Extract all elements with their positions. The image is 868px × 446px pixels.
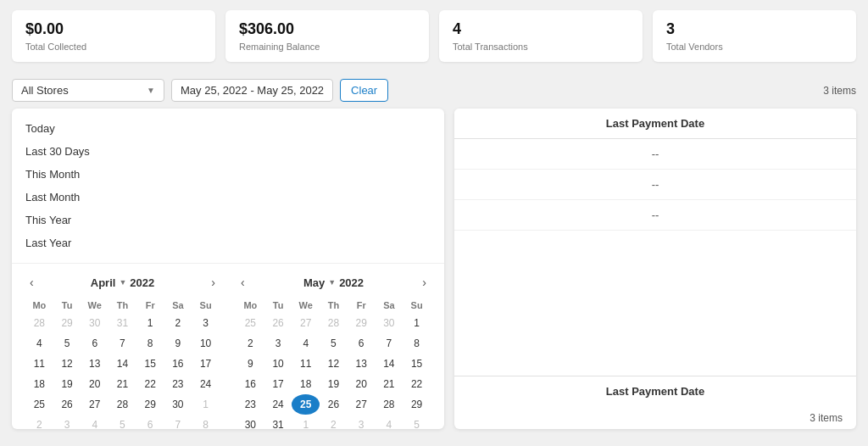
cal-day[interactable]: 31 — [264, 415, 292, 429]
cal-day[interactable]: 15 — [136, 354, 164, 374]
cal-next-may[interactable]: › — [418, 274, 431, 291]
cal-day[interactable]: 6 — [81, 333, 108, 354]
cal-day[interactable]: 25 — [292, 394, 320, 415]
cal-day[interactable]: 20 — [348, 374, 376, 394]
cal-day[interactable]: 27 — [292, 313, 320, 333]
cal-day[interactable]: 13 — [348, 354, 376, 374]
cal-day[interactable]: 22 — [136, 374, 164, 394]
cal-day[interactable]: 24 — [264, 394, 292, 415]
cal-day[interactable]: 19 — [53, 374, 81, 394]
cal-day[interactable]: 22 — [403, 374, 431, 394]
cal-day[interactable]: 1 — [292, 415, 320, 429]
stat-value-total-collected: $0.00 — [25, 20, 202, 38]
cal-day[interactable]: 26 — [320, 394, 348, 415]
quick-option-today[interactable]: Today — [25, 117, 431, 140]
cal-day[interactable]: 20 — [81, 374, 108, 394]
cal-day[interactable]: 28 — [320, 313, 348, 333]
date-range-button[interactable]: May 25, 2022 - May 25, 2022 — [171, 79, 333, 102]
cal-day[interactable]: 5 — [53, 333, 81, 354]
cal-day[interactable]: 3 — [264, 333, 292, 354]
cal-day[interactable]: 2 — [320, 415, 348, 429]
cal-day[interactable]: 11 — [292, 354, 320, 374]
cal-day[interactable]: 13 — [81, 354, 108, 374]
cal-prev-may[interactable]: ‹ — [236, 274, 249, 291]
cal-day[interactable]: 3 — [348, 415, 376, 429]
cal-day[interactable]: 8 — [192, 415, 220, 429]
cal-day[interactable]: 1 — [192, 394, 220, 415]
quick-option-last-30-days[interactable]: Last 30 Days — [25, 140, 431, 163]
cal-day[interactable]: 8 — [403, 333, 431, 354]
cal-day[interactable]: 4 — [81, 415, 108, 429]
cal-day[interactable]: 5 — [403, 415, 431, 429]
cal-day[interactable]: 3 — [53, 415, 81, 429]
quick-option-last-year[interactable]: Last Year — [25, 231, 431, 254]
quick-option-this-month[interactable]: This Month — [25, 163, 431, 186]
cal-day[interactable]: 7 — [164, 415, 192, 429]
cal-day[interactable]: 10 — [192, 333, 220, 354]
cal-day[interactable]: 1 — [403, 313, 431, 333]
cal-day[interactable]: 17 — [264, 374, 292, 394]
cal-day[interactable]: 29 — [53, 313, 81, 333]
cal-day[interactable]: 19 — [320, 374, 348, 394]
cal-day[interactable]: 4 — [376, 415, 403, 429]
cal-day[interactable]: 28 — [376, 394, 403, 415]
cal-day[interactable]: 28 — [25, 313, 53, 333]
cal-day[interactable]: 25 — [25, 394, 53, 415]
cal-day[interactable]: 1 — [136, 313, 164, 333]
cal-day[interactable]: 10 — [264, 354, 292, 374]
cal-day[interactable]: 30 — [164, 394, 192, 415]
cal-day[interactable]: 27 — [348, 394, 376, 415]
cal-day[interactable]: 16 — [236, 374, 264, 394]
cal-day[interactable]: 16 — [164, 354, 192, 374]
cal-day[interactable]: 14 — [108, 354, 136, 374]
cal-day[interactable]: 30 — [81, 313, 108, 333]
cal-day[interactable]: 2 — [236, 333, 264, 354]
quick-option-last-month[interactable]: Last Month — [25, 186, 431, 209]
store-select[interactable]: All Stores ▼ — [12, 79, 164, 102]
cal-day[interactable]: 15 — [403, 354, 431, 374]
cal-day[interactable]: 9 — [236, 354, 264, 374]
cal-day[interactable]: 2 — [164, 313, 192, 333]
cal-day[interactable]: 11 — [25, 354, 53, 374]
cal-prev-april[interactable]: ‹ — [25, 274, 38, 291]
cal-day[interactable]: 8 — [136, 333, 164, 354]
cal-day[interactable]: 24 — [192, 374, 220, 394]
cal-day[interactable]: 5 — [320, 333, 348, 354]
cal-day[interactable]: 26 — [53, 394, 81, 415]
cal-day[interactable]: 18 — [25, 374, 53, 394]
cal-day[interactable]: 29 — [403, 394, 431, 415]
cal-day[interactable]: 21 — [376, 374, 403, 394]
cal-next-april[interactable]: › — [207, 274, 220, 291]
cal-day[interactable]: 12 — [53, 354, 81, 374]
cal-day[interactable]: 29 — [348, 313, 376, 333]
cal-day[interactable]: 23 — [164, 374, 192, 394]
cal-day[interactable]: 2 — [25, 415, 53, 429]
cal-day[interactable]: 31 — [108, 313, 136, 333]
cal-day[interactable]: 6 — [348, 333, 376, 354]
cal-day[interactable]: 30 — [376, 313, 403, 333]
cal-day[interactable]: 14 — [376, 354, 403, 374]
cal-day[interactable]: 12 — [320, 354, 348, 374]
cal-day[interactable]: 21 — [108, 374, 136, 394]
cal-day[interactable]: 9 — [164, 333, 192, 354]
quick-option-this-year[interactable]: This Year — [25, 209, 431, 231]
cal-day[interactable]: 5 — [108, 415, 136, 429]
stat-label-total-collected: Total Collected — [25, 42, 202, 52]
clear-button[interactable]: Clear — [340, 79, 388, 102]
cal-day[interactable]: 7 — [108, 333, 136, 354]
cal-day[interactable]: 4 — [292, 333, 320, 354]
cal-day[interactable]: 26 — [264, 313, 292, 333]
cal-day[interactable]: 18 — [292, 374, 320, 394]
cal-day[interactable]: 23 — [236, 394, 264, 415]
cal-day[interactable]: 27 — [81, 394, 108, 415]
cal-day[interactable]: 29 — [136, 394, 164, 415]
cal-day[interactable]: 6 — [136, 415, 164, 429]
cal-day[interactable]: 17 — [192, 354, 220, 374]
cal-day[interactable]: 28 — [108, 394, 136, 415]
cal-day[interactable]: 3 — [192, 313, 220, 333]
cal-day[interactable]: 25 — [236, 313, 264, 333]
cal-day[interactable]: 4 — [25, 333, 53, 354]
cal-day[interactable]: 30 — [236, 415, 264, 429]
stat-label-total-transactions: Total Transactions — [453, 42, 629, 52]
cal-day[interactable]: 7 — [376, 333, 403, 354]
